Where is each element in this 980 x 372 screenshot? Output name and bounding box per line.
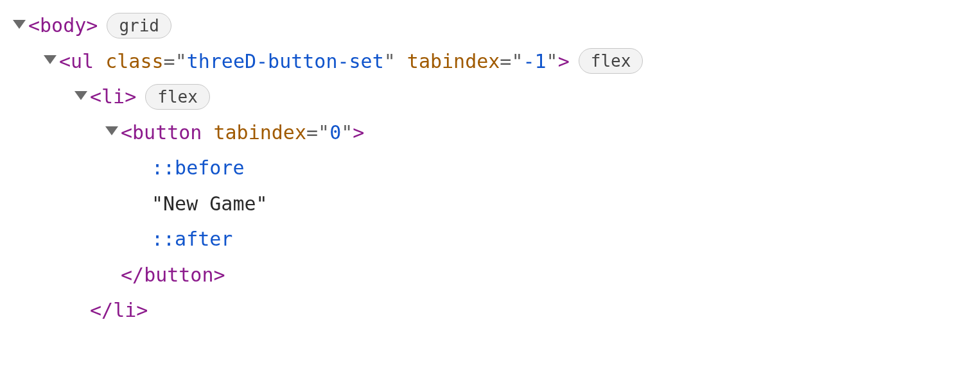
tree-row-body[interactable]: <body> grid — [13, 8, 967, 44]
layout-badge-grid[interactable]: grid — [107, 13, 171, 38]
tag-close-bracket: > — [125, 79, 136, 115]
tag-name-ul: ul — [71, 44, 94, 80]
close-tag-bracket: </ — [121, 257, 144, 293]
tree-row-ul[interactable]: <ul class="threeD-button-set" tabindex="… — [13, 44, 967, 80]
close-tag-bracket: > — [214, 257, 225, 293]
tag-close-bracket: > — [353, 115, 364, 151]
layout-badge-flex[interactable]: flex — [145, 84, 210, 110]
tag-name-li: li — [101, 79, 125, 115]
tree-row-close-button[interactable]: </button> — [13, 257, 967, 293]
chevron-down-icon[interactable] — [44, 55, 57, 64]
tree-row-li[interactable]: <li> flex — [13, 79, 967, 115]
tree-row-pseudo-after[interactable]: ::after — [13, 221, 967, 257]
tag-close-bracket: > — [558, 44, 570, 80]
attr-value-class: threeD-button-set — [187, 44, 384, 80]
attr-value-tabindex: -1 — [523, 44, 546, 80]
text-node-value: "New Game" — [152, 186, 268, 222]
close-tag-bracket: </ — [90, 292, 113, 328]
pseudo-before: ::before — [152, 150, 245, 186]
tag-open-bracket: < — [90, 79, 101, 115]
attr-quote: " — [384, 44, 396, 80]
attr-quote: " — [341, 115, 353, 151]
close-tag-name-li: li — [113, 292, 136, 328]
attr-quote: " — [547, 44, 558, 80]
attr-name-tabindex: tabindex — [214, 115, 307, 151]
attr-value-tabindex: 0 — [329, 115, 341, 151]
tree-row-pseudo-before[interactable]: ::before — [13, 150, 967, 186]
tag-open-bracket: < — [28, 8, 40, 44]
attr-eq: = — [500, 44, 511, 80]
close-tag-name-button: button — [144, 257, 213, 293]
attr-quote: " — [175, 44, 187, 80]
dom-tree: <body> grid <ul class="threeD-button-set… — [13, 8, 967, 328]
tree-row-close-li[interactable]: </li> — [13, 292, 967, 328]
attr-quote: " — [318, 115, 329, 151]
tree-row-button[interactable]: <button tabindex="0"> — [13, 115, 967, 151]
attr-eq: = — [164, 44, 175, 80]
chevron-down-icon[interactable] — [105, 126, 118, 135]
close-tag-bracket: > — [136, 292, 148, 328]
tag-name-body: body — [40, 8, 86, 44]
tag-close-bracket: > — [86, 8, 98, 44]
tag-open-bracket: < — [121, 115, 132, 151]
tag-open-bracket: < — [59, 44, 71, 80]
chevron-down-icon[interactable] — [13, 20, 26, 29]
chevron-down-icon[interactable] — [74, 91, 87, 100]
tree-row-text-node[interactable]: "New Game" — [13, 186, 967, 222]
pseudo-after: ::after — [152, 221, 232, 257]
attr-name-tabindex: tabindex — [407, 44, 500, 80]
attr-eq: = — [306, 115, 318, 151]
attr-name-class: class — [105, 44, 163, 80]
layout-badge-flex[interactable]: flex — [579, 48, 643, 74]
tag-name-button: button — [132, 115, 202, 151]
attr-quote: " — [511, 44, 523, 80]
